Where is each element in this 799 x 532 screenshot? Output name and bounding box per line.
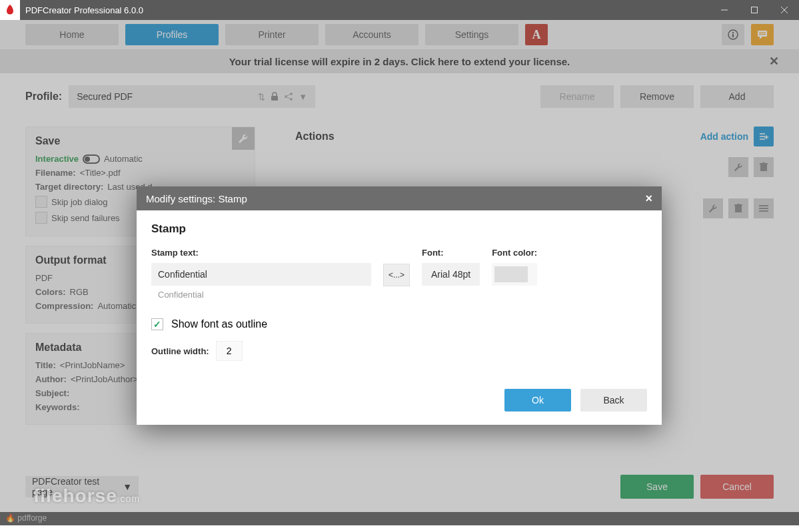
automatic-label: Automatic	[104, 154, 143, 164]
svg-point-12	[290, 93, 293, 95]
nav-printer[interactable]: Printer	[225, 24, 319, 45]
svg-rect-25	[734, 204, 742, 206]
action-delete-icon[interactable]	[728, 198, 748, 218]
font-label: Font:	[422, 248, 480, 258]
svg-rect-22	[760, 163, 768, 164]
svg-rect-26	[737, 204, 740, 204]
compression-value: Automatic	[97, 301, 136, 311]
nav-profiles[interactable]: Profiles	[125, 24, 219, 45]
font-color-button[interactable]	[492, 263, 537, 286]
feedback-icon[interactable]	[751, 24, 774, 45]
show-outline-checkbox[interactable]: ✓	[151, 318, 163, 330]
architect-icon[interactable]: A	[525, 24, 548, 45]
minimize-button[interactable]	[709, 0, 739, 20]
trial-banner-text: Your trial license will expire in 2 days…	[229, 56, 570, 67]
action-menu-icon[interactable]	[754, 198, 774, 218]
footer: 🔥 pdfforge	[0, 512, 799, 525]
svg-rect-5	[732, 34, 734, 37]
svg-rect-1	[751, 7, 757, 13]
save-title: Save	[35, 135, 245, 147]
share-icon	[284, 92, 293, 101]
colors-value: RGB	[70, 287, 89, 297]
svg-rect-24	[735, 206, 742, 212]
modal-title: Modify settings: Stamp	[146, 193, 247, 204]
save-button[interactable]: Save	[620, 475, 694, 499]
interactive-label: Interactive	[35, 154, 79, 164]
meta-title-key: Title:	[35, 360, 56, 370]
remove-button[interactable]: Remove	[620, 85, 694, 108]
window-title: PDFCreator Professional 6.0.0	[25, 5, 709, 15]
sort-icon: ⇅	[258, 92, 265, 102]
app-logo	[0, 0, 20, 20]
action-row-1	[295, 157, 774, 177]
svg-rect-23	[762, 162, 765, 163]
ok-button[interactable]: Ok	[504, 389, 571, 411]
profile-row: Profile: Secured PDF ⇅ ▼ Rename Remove A…	[0, 73, 799, 120]
font-color-label: Font color:	[492, 248, 537, 258]
filename-key: Filename:	[35, 168, 76, 178]
add-action-link[interactable]: Add action	[700, 131, 748, 142]
stamp-text-hint: Confidential	[151, 286, 371, 304]
outline-width-input[interactable]	[216, 341, 243, 361]
output-format: PDF	[35, 273, 53, 283]
meta-title-value: <PrintJobName>	[60, 360, 125, 370]
watermark-suffix: .com	[117, 493, 140, 504]
wrench-icon[interactable]	[232, 127, 255, 150]
meta-author-value: <PrintJobAuthor>	[71, 374, 138, 384]
caret-down-icon: ▼	[299, 92, 307, 102]
skip-send-label: Skip send failures	[51, 213, 120, 223]
colors-key: Colors:	[35, 287, 66, 297]
maximize-button[interactable]	[739, 0, 769, 20]
meta-subject-key: Subject:	[35, 388, 69, 398]
modal-close-icon[interactable]: ×	[645, 192, 652, 206]
nav-home[interactable]: Home	[25, 24, 119, 45]
action-edit-icon[interactable]	[728, 157, 748, 177]
actions-title: Actions	[295, 131, 700, 142]
info-icon[interactable]	[722, 24, 744, 45]
stamp-text-input[interactable]	[151, 263, 371, 286]
token-button[interactable]: <...>	[383, 264, 410, 286]
color-swatch	[494, 266, 528, 282]
show-outline-label: Show font as outline	[171, 318, 267, 330]
modal-heading: Stamp	[151, 222, 647, 236]
svg-line-15	[287, 97, 291, 99]
compression-key: Compression:	[35, 301, 93, 311]
filename-value: <Title>.pdf	[80, 168, 121, 178]
banner-close-icon[interactable]: ✕	[769, 54, 779, 69]
back-button[interactable]: Back	[580, 389, 647, 411]
modal-titlebar: Modify settings: Stamp ×	[137, 186, 662, 210]
cancel-button[interactable]: Cancel	[700, 475, 774, 499]
mode-toggle[interactable]	[83, 154, 100, 164]
rename-button[interactable]: Rename	[540, 85, 614, 108]
watermark: filehorse.com	[33, 485, 140, 507]
profile-dropdown[interactable]: Secured PDF ⇅ ▼	[69, 85, 315, 108]
outline-width-label: Outline width:	[151, 346, 209, 356]
trial-banner[interactable]: Your trial license will expire in 2 days…	[0, 49, 799, 73]
skip-job-label: Skip job dialog	[51, 197, 108, 207]
target-key: Target directory:	[35, 182, 103, 192]
svg-point-13	[290, 98, 293, 101]
add-action-button[interactable]	[754, 127, 774, 146]
profile-label: Profile:	[25, 91, 62, 103]
svg-rect-21	[760, 164, 767, 171]
close-button[interactable]	[769, 0, 799, 20]
add-button[interactable]: Add	[700, 85, 774, 108]
stamp-text-label: Stamp text:	[151, 248, 371, 258]
watermark-text: filehorse	[33, 485, 117, 506]
action-delete-icon[interactable]	[754, 157, 774, 177]
action-edit-icon[interactable]	[703, 198, 723, 218]
main-toolbar: Home Profiles Printer Accounts Settings …	[0, 20, 799, 49]
svg-rect-10	[271, 96, 278, 101]
skip-send-checkbox[interactable]	[35, 212, 47, 224]
meta-keywords-key: Keywords:	[35, 402, 79, 412]
profile-selected: Secured PDF	[77, 91, 253, 102]
nav-settings[interactable]: Settings	[425, 24, 518, 45]
skip-job-checkbox[interactable]	[35, 196, 47, 208]
titlebar: PDFCreator Professional 6.0.0	[0, 0, 799, 20]
svg-line-14	[287, 95, 291, 97]
font-button[interactable]: Arial 48pt	[422, 263, 480, 286]
svg-rect-7	[758, 31, 767, 37]
stamp-settings-modal: Modify settings: Stamp × Stamp Stamp tex…	[137, 186, 662, 425]
nav-accounts[interactable]: Accounts	[325, 24, 418, 45]
svg-rect-6	[732, 32, 734, 33]
